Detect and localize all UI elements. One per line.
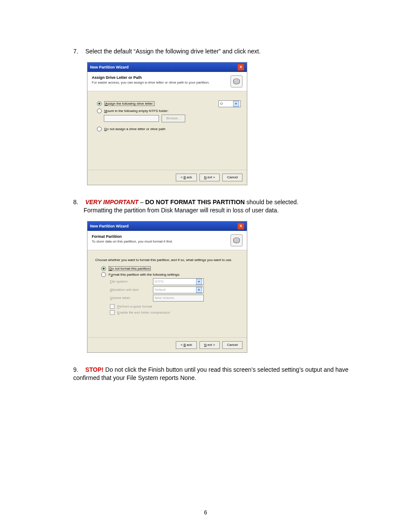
wizard2-subheading: To store data on this partition, you mus… xyxy=(92,240,227,243)
wizard1-heading: Assign Drive Letter or Path xyxy=(92,75,227,80)
back-button[interactable]: < Back< Back xyxy=(176,174,196,181)
disk-icon xyxy=(230,234,243,246)
volume-label-input: New Volume xyxy=(153,295,204,302)
browse-button[interactable]: Browse... xyxy=(162,115,185,122)
checkbox-icon xyxy=(110,310,115,315)
step-7-num: 7. xyxy=(73,47,84,56)
drive-letter-value: O xyxy=(220,102,223,106)
checkbox-icon xyxy=(110,304,115,309)
allocation-select: Default ▾ xyxy=(153,286,204,293)
cancel-button[interactable]: Cancel xyxy=(222,174,243,181)
allocation-row: Allocation unit size:Allocation unit siz… xyxy=(110,286,241,293)
wizard2-footer: < Back< Back Next >Next > Cancel xyxy=(87,337,247,352)
step-8-line2: Formatting the partition from Disk Manag… xyxy=(84,206,279,215)
quick-format-label: Perform a quick formatPerform a quick fo… xyxy=(117,305,152,308)
wizard-format-partition: New Partition Wizard × Format Partition … xyxy=(87,221,247,353)
radio-icon xyxy=(97,109,102,113)
compression-row: Enable file and folder compressionEnable… xyxy=(110,310,241,315)
mount-path-input xyxy=(104,115,159,122)
wizard1-title: New Partition Wizard xyxy=(90,65,128,69)
radio-icon xyxy=(101,266,106,271)
wizard2-titlebar: New Partition Wizard × xyxy=(87,221,247,231)
radio-icon xyxy=(101,272,106,277)
wizard2-desc: Choose whether you want to format this p… xyxy=(95,258,241,262)
close-icon[interactable]: × xyxy=(237,64,244,71)
next-button[interactable]: Next >Next > xyxy=(199,174,220,181)
mount-path-row: Browse... xyxy=(104,115,241,122)
option-format-label: Format this partition with the following… xyxy=(109,273,180,277)
wizard2-heading: Format Partition xyxy=(92,234,227,239)
volume-label-label: Volume label:Volume label: xyxy=(110,296,149,300)
allocation-value: Default xyxy=(155,288,165,292)
allocation-label: Allocation unit size:Allocation unit siz… xyxy=(110,288,149,292)
next-button[interactable]: Next >Next > xyxy=(199,341,220,349)
compression-label: Enable file and folder compressionEnable… xyxy=(117,311,170,314)
option-do-not-format[interactable]: Do not format this partitionDo not forma… xyxy=(101,266,241,271)
quick-format-row: Perform a quick formatPerform a quick fo… xyxy=(110,304,241,309)
option-assign-letter[interactable]: AAssign the following drive letter:ssign… xyxy=(97,100,241,107)
radio-icon xyxy=(97,101,102,106)
back-button[interactable]: < Back< Back xyxy=(176,341,196,349)
step-7-text: Select the default “Assign the following… xyxy=(85,48,261,55)
step-8-num: 8. xyxy=(73,198,84,207)
volume-label-row: Volume label:Volume label: New Volume xyxy=(110,295,241,302)
option-no-letter[interactable]: Do not assign a drive letter or drive pa… xyxy=(97,127,241,131)
step-9-num: 9. xyxy=(73,366,84,374)
file-system-row: File system:File system: NTFS ▾ xyxy=(110,278,241,285)
option-assign-letter-label: AAssign the following drive letter:ssign… xyxy=(104,101,155,106)
step-8-bold: DO NOT FORMAT THIS PARTITION xyxy=(145,199,245,205)
drive-letter-select[interactable]: O ▾ xyxy=(218,100,241,107)
wizard-assign-drive-letter: New Partition Wizard × Assign Drive Lett… xyxy=(87,62,247,185)
option-mount-folder[interactable]: Mount in the following empty NTFS folder… xyxy=(97,109,241,113)
step-7: 7. Select the default “Assign the follow… xyxy=(73,47,377,56)
step-8: 8. VERY IMPORTANT – DO NOT FORMAT THIS P… xyxy=(73,198,377,215)
wizard1-footer: < Back< Back Next >Next > Cancel xyxy=(87,170,247,185)
disk-icon xyxy=(230,75,243,87)
chevron-down-icon: ▾ xyxy=(233,101,239,107)
step-9-text: Do not click the Finish button until you… xyxy=(73,366,349,382)
step-9: 9. STOP! Do not click the Finish button … xyxy=(73,366,377,383)
option-format-with-settings[interactable]: Format this partition with the following… xyxy=(101,272,241,277)
page-number: 6 xyxy=(0,509,411,516)
file-system-select: NTFS ▾ xyxy=(153,278,204,285)
wizard2-title: New Partition Wizard xyxy=(90,224,128,228)
chevron-down-icon: ▾ xyxy=(196,287,202,293)
close-icon[interactable]: × xyxy=(237,223,244,230)
option-no-letter-label: Do not assign a drive letter or drive pa… xyxy=(104,127,165,131)
file-system-value: NTFS xyxy=(155,280,164,283)
option-do-not-format-label: Do not format this partitionDo not forma… xyxy=(109,266,151,271)
cancel-button[interactable]: Cancel xyxy=(222,341,243,349)
step-8-emph: VERY IMPORTANT xyxy=(85,199,138,205)
chevron-down-icon: ▾ xyxy=(196,279,202,285)
step-9-emph: STOP! xyxy=(85,366,104,373)
file-system-label: File system:File system: xyxy=(110,280,149,283)
radio-icon xyxy=(97,127,102,131)
wizard2-header: Format Partition To store data on this p… xyxy=(87,231,247,250)
wizard1-titlebar: New Partition Wizard × xyxy=(87,62,247,72)
wizard1-subheading: For easier access, you can assign a driv… xyxy=(92,81,227,84)
wizard1-header: Assign Drive Letter or Path For easier a… xyxy=(87,72,247,91)
option-mount-folder-label: Mount in the following empty NTFS folder… xyxy=(104,109,168,113)
